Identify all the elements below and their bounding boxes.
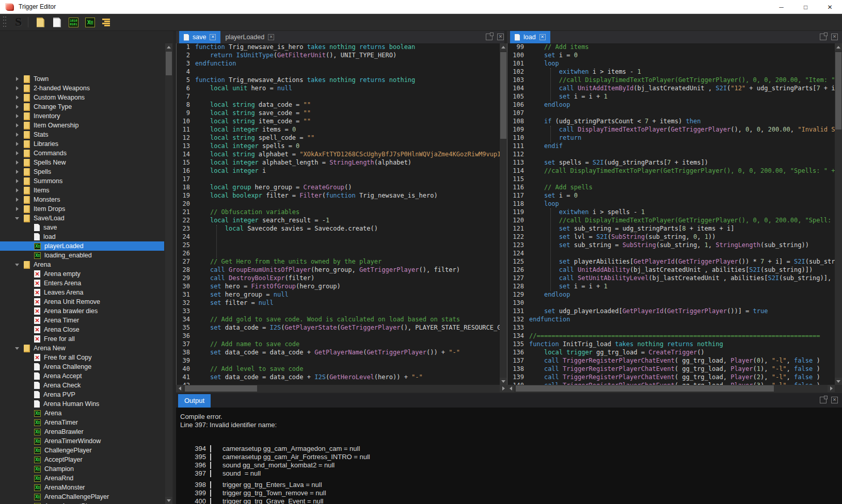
tree-item-2-handed-weapons[interactable]: 2-handed Weapons <box>0 84 164 93</box>
chevron-right-icon[interactable] <box>10 142 24 146</box>
tree-item-loading-enabled[interactable]: X≡loading_enabled <box>0 251 164 260</box>
chevron-right-icon[interactable] <box>10 133 24 137</box>
tree-item-item-drops[interactable]: Item Drops <box>0 204 164 214</box>
scroll-up-icon[interactable] <box>500 43 507 51</box>
output-float-icon[interactable] <box>820 397 827 403</box>
tree-item-champion[interactable]: X≡Champion <box>0 464 164 474</box>
middle-vscrollbar[interactable] <box>500 43 507 385</box>
tree-item-load[interactable]: load <box>0 232 164 241</box>
chevron-right-icon[interactable] <box>10 95 24 100</box>
tree-item-arena-empty[interactable]: ✕Arena empty <box>0 269 164 279</box>
chevron-right-icon[interactable] <box>10 105 24 109</box>
scroll-down-icon[interactable] <box>165 497 172 504</box>
chevron-right-icon[interactable] <box>10 188 24 192</box>
toolbar-grip-handle[interactable] <box>3 17 7 28</box>
chevron-right-icon[interactable] <box>10 151 24 155</box>
tab-close-icon[interactable]: ✕ <box>268 34 274 40</box>
variables-button[interactable] <box>101 17 112 28</box>
chevron-down-icon[interactable] <box>10 347 24 350</box>
maximize-button[interactable]: □ <box>793 0 818 14</box>
chevron-right-icon[interactable] <box>10 77 24 81</box>
tree-item-arenatimer[interactable]: X≡ArenaTimer <box>0 418 164 427</box>
right-editor-float-icon[interactable] <box>820 34 827 40</box>
right-code-editor[interactable]: 99 // Add items100 set i = 0101 loop102 … <box>507 43 835 385</box>
tree-item-playerloaded[interactable]: X≡playerLoaded <box>0 241 164 251</box>
tree-item-acceptplayer[interactable]: X≡AcceptPlayer <box>0 455 164 464</box>
tree-item-stats[interactable]: Stats <box>0 130 164 139</box>
scroll-down-icon[interactable] <box>835 378 842 385</box>
tree-item-save-load[interactable]: Save/Load <box>0 214 164 223</box>
right-vscroll-thumb[interactable] <box>835 52 841 129</box>
tree-item-arena-brawler-dies[interactable]: ✕Arena brawler dies <box>0 306 164 316</box>
tree-item-item-ownership[interactable]: Item Ownership <box>0 121 164 130</box>
tree-item-arena[interactable]: Arena <box>0 260 164 269</box>
tree-item-arena[interactable]: X≡Arena <box>0 409 164 418</box>
chevron-right-icon[interactable] <box>10 160 24 165</box>
tree-item-arena-unit-remove[interactable]: ✕Arena Unit Remove <box>0 297 164 306</box>
middle-tab-save[interactable]: save✕ <box>179 31 220 43</box>
tree-item-arenarnd[interactable]: X≡ArenaRnd <box>0 474 164 483</box>
tab-close-icon[interactable]: ✕ <box>539 34 546 40</box>
middle-vscroll-thumb[interactable] <box>500 52 506 139</box>
tree-vscrollbar[interactable] <box>165 43 172 504</box>
binary-script-button[interactable]: 1010 0101 <box>68 17 79 28</box>
tree-item-custom-weapons[interactable]: Custom Weapons <box>0 93 164 102</box>
tree-item-summons[interactable]: Summons <box>0 176 164 186</box>
right-vscrollbar[interactable] <box>835 43 842 385</box>
tree-item-free-for-all-copy[interactable]: ✕Free for all Copy <box>0 353 164 362</box>
tree-item-spells-new[interactable]: Spells New <box>0 158 164 167</box>
tree-item-arenachallengeplayer[interactable]: X≡ArenaChallengePlayer <box>0 492 164 501</box>
scroll-right-icon[interactable] <box>828 385 835 392</box>
new-trigger-button[interactable] <box>51 17 62 28</box>
tree-vscroll-thumb[interactable] <box>166 52 172 75</box>
middle-code-editor[interactable]: 1function Trig_newsave_is_hero takes not… <box>176 43 500 385</box>
chevron-right-icon[interactable] <box>10 179 24 183</box>
tab-output[interactable]: Output <box>178 394 211 408</box>
tree-item-monsters[interactable]: Monsters <box>0 195 164 204</box>
tab-close-icon[interactable]: ✕ <box>210 34 216 40</box>
tree-item-arena-challenge[interactable]: Arena Challenge <box>0 362 164 371</box>
tree-item-libraries[interactable]: Libraries <box>0 139 164 149</box>
chevron-right-icon[interactable] <box>10 114 24 118</box>
middle-tab-playerloaded[interactable]: playerLoaded✕ <box>220 31 279 43</box>
middle-hscrollbar[interactable] <box>176 385 507 392</box>
middle-editor-close-icon[interactable]: ✕ <box>497 34 504 40</box>
minimize-button[interactable]: ─ <box>769 0 793 14</box>
chevron-right-icon[interactable] <box>10 123 24 127</box>
output-close-icon[interactable]: ✕ <box>831 397 838 403</box>
scroll-left-icon[interactable] <box>507 385 514 392</box>
tree-item-arena-timer[interactable]: ✕Arena Timer <box>0 316 164 325</box>
custom-script-button[interactable]: X≡ <box>84 17 96 28</box>
tree-item-challengeplayer[interactable]: X≡ChallengePlayer <box>0 446 164 455</box>
tree-item-arena-new[interactable]: Arena New <box>0 344 164 353</box>
chevron-down-icon[interactable] <box>10 217 24 220</box>
tree-item-inventory[interactable]: Inventory <box>0 111 164 121</box>
new-category-button[interactable] <box>35 17 46 28</box>
scroll-right-icon[interactable] <box>500 385 507 392</box>
jass-script-icon[interactable]: S <box>15 15 22 29</box>
tree-item-spells[interactable]: Spells <box>0 167 164 176</box>
chevron-right-icon[interactable] <box>10 86 24 90</box>
tree-item-arena-check[interactable]: Arena Check <box>0 381 164 390</box>
tree-item-enters-arena[interactable]: ✕Enters Arena <box>0 279 164 288</box>
scroll-up-icon[interactable] <box>165 43 172 51</box>
tree-item-change-type[interactable]: Change Type <box>0 102 164 111</box>
chevron-right-icon[interactable] <box>10 198 24 202</box>
tree-item-arena-human-wins[interactable]: Arena Human Wins <box>0 399 164 409</box>
right-tab-load[interactable]: load✕ <box>510 31 550 43</box>
scroll-down-icon[interactable] <box>500 378 507 385</box>
scroll-up-icon[interactable] <box>835 43 842 51</box>
right-editor-close-icon[interactable]: ✕ <box>831 34 838 40</box>
tree-item-save[interactable]: save <box>0 223 164 232</box>
tree-item-arena-pvp[interactable]: Arena PVP <box>0 390 164 399</box>
tree-item-items[interactable]: Items <box>0 186 164 195</box>
scroll-left-icon[interactable] <box>176 385 183 392</box>
tree-item-arenaacceptplayer[interactable]: X≡ArenaAcceptPlayer <box>0 501 164 504</box>
chevron-right-icon[interactable] <box>10 207 24 211</box>
right-hscrollbar[interactable] <box>507 385 835 392</box>
tree-item-arena-close[interactable]: ✕Arena Close <box>0 325 164 334</box>
tree-item-leaves-arena[interactable]: ✕Leaves Arena <box>0 288 164 297</box>
close-button[interactable]: ✕ <box>818 0 842 14</box>
tree-item-arenamonster[interactable]: X≡ArenaMonster <box>0 483 164 492</box>
right-hscroll-thumb[interactable] <box>516 385 774 392</box>
